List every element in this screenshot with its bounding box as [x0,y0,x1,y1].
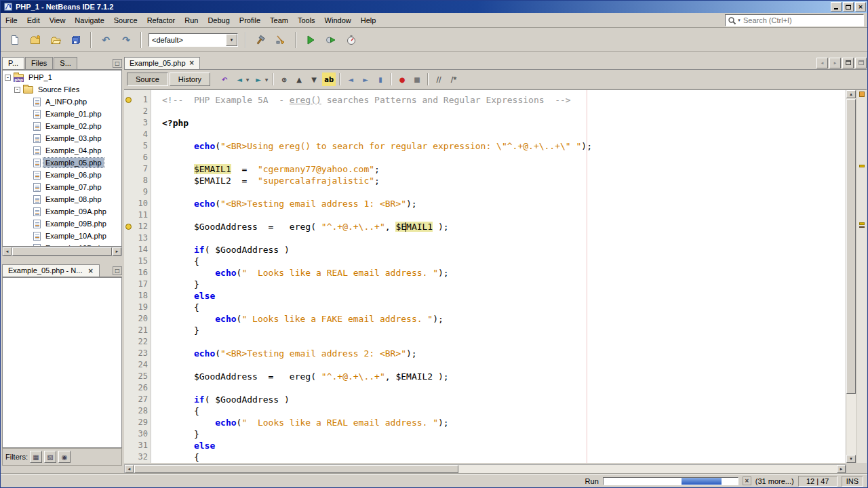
gutter-row[interactable]: 2 [124,106,151,117]
title-bar[interactable]: PHP_1 - NetBeans IDE 7.1.2 × [1,1,867,13]
float-window-button[interactable] [842,58,854,68]
maximize-button[interactable] [843,2,854,12]
code-line[interactable]: if( $GoodAddress ) [151,244,846,256]
scroll-up-icon[interactable]: ▲ [846,90,856,98]
profile-project-button[interactable] [342,31,360,49]
gutter-row[interactable]: 1 [124,94,151,106]
gutter-row[interactable]: 5 [124,140,151,152]
code-line[interactable] [151,382,846,394]
new-file-button[interactable] [6,31,24,49]
code-line[interactable]: echo(" Looks like a REAL email address. … [151,267,846,279]
redo-button[interactable]: ↷ [117,31,135,49]
gutter-row[interactable]: 13 [124,232,151,244]
toggle-bookmark-button[interactable]: ▮ [374,73,387,86]
tree-file-example_10b-php[interactable]: Example_10B.php [3,242,121,247]
forward-dropdown-button[interactable]: ▼ [264,73,269,86]
editor-hscrollbar[interactable]: ◄ ► [124,464,846,474]
panel-splitter[interactable] [1,256,123,264]
code-area[interactable]: <!-- PHP Example 5A - ereg() searches Pa… [151,90,846,463]
code-line[interactable]: <!-- PHP Example 5A - ereg() searches Pa… [151,94,846,106]
code-line[interactable]: $GoodAddress = ereg( "^.+@.+\..+", $EMAI… [151,221,846,232]
menu-tools[interactable]: Tools [293,14,320,26]
previous-bookmark-button[interactable]: ◄ [344,73,357,86]
code-line[interactable]: $EMAIL2 = "supercalafrajalistic"; [151,175,846,186]
scroll-down-icon[interactable]: ▼ [846,455,856,463]
gutter-row[interactable]: 16 [124,267,151,279]
code-line[interactable]: $EMAIL1 = "cgermany77@yahoo.com"; [151,163,846,175]
last-edit-position-button[interactable]: ↶ [218,73,231,86]
gutter-row[interactable]: 3 [124,117,151,129]
tree-hscrollbar[interactable]: ◄ ► [2,247,122,256]
clean-build-button[interactable] [272,31,290,49]
gutter-row[interactable]: 29 [124,417,151,428]
gutter-row[interactable]: 20 [124,313,151,325]
code-line[interactable] [151,359,846,371]
gutter-row[interactable]: 9 [124,186,151,198]
find-selection-button[interactable]: ⊙ [277,73,291,86]
scroll-right-icon[interactable]: ► [837,465,846,473]
gutter-row[interactable]: 30 [124,428,151,440]
code-line[interactable]: { [151,256,846,267]
scrollbar-thumb[interactable] [12,247,112,256]
occurrence-mark[interactable] [859,222,865,225]
gutter-row[interactable]: 15 [124,256,151,267]
search-scope-dropdown-icon[interactable]: ▼ [737,18,741,22]
scrollbar-thumb[interactable] [846,99,856,394]
panel-tab-s[interactable]: S... [54,57,77,69]
gutter-row[interactable]: 6 [124,152,151,163]
gutter-row[interactable]: 12 [124,221,151,232]
minimize-button[interactable] [831,2,842,12]
gutter-row[interactable]: 21 [124,325,151,336]
scrollbar-thumb[interactable] [134,465,458,473]
quick-search[interactable]: ▼ [725,14,864,26]
code-line[interactable]: } [151,325,846,336]
scroll-left-icon[interactable]: ◄ [3,247,12,256]
save-all-button[interactable] [67,31,85,49]
menu-edit[interactable]: Edit [22,14,45,26]
gutter-row[interactable]: 26 [124,382,151,394]
scroll-right-icon[interactable]: ► [113,247,121,256]
close-icon[interactable]: × [189,60,195,66]
tree-file-example_04-php[interactable]: Example_04.php [3,144,121,157]
comment-button[interactable]: // [432,73,446,86]
gutter-row[interactable]: 31 [124,440,151,451]
tree-file-example_09a-php[interactable]: Example_09A.php [3,205,121,218]
build-project-button[interactable] [252,31,269,49]
tree-folder-node[interactable]: -Source Files [3,83,121,96]
menu-view[interactable]: View [45,14,71,26]
code-line[interactable]: else [151,290,846,302]
menu-run[interactable]: Run [180,14,203,26]
tree-file-a_info-php[interactable]: A_INFO.php [3,96,121,108]
close-icon[interactable]: × [88,267,94,274]
filter-show-non-public[interactable]: ◉ [58,451,71,463]
code-line[interactable] [151,129,846,140]
undo-button[interactable]: ↶ [97,31,115,49]
gutter-row[interactable]: 8 [124,175,151,186]
caret-mark[interactable] [859,226,865,228]
editor-gutter[interactable]: 1234567891011121314151617181920212223242… [124,90,151,463]
run-project-button[interactable] [302,31,319,49]
menu-window[interactable]: Window [320,14,356,26]
search-input[interactable] [743,16,861,24]
scroll-left-icon[interactable]: ◄ [125,465,134,473]
navigator-tab[interactable]: Example_05.php - N... × [2,264,100,277]
back-dropdown-button[interactable]: ▼ [245,73,250,86]
tree-file-example_10a-php[interactable]: Example_10A.php [3,230,121,242]
next-bookmark-button[interactable]: ► [359,73,372,86]
menu-profile[interactable]: Profile [235,14,265,26]
occurrence-mark[interactable] [859,165,865,167]
close-button[interactable]: × [855,2,866,12]
panel-tab-p[interactable]: P... [2,57,24,69]
gutter-row[interactable]: 18 [124,290,151,302]
forward-button[interactable]: ► [252,73,265,86]
gutter-row[interactable]: 25 [124,371,151,382]
collapse-icon[interactable]: - [14,87,20,93]
code-line[interactable] [151,186,846,198]
tree-file-example_08-php[interactable]: Example_08.php [3,193,121,205]
gutter-row[interactable]: 22 [124,336,151,348]
code-line[interactable]: { [151,302,846,313]
code-line[interactable]: echo(" Looks like a FAKE email address. … [151,313,846,325]
tree-file-example_05-php[interactable]: Example_05.php [3,157,121,169]
find-previous-occurrence-button[interactable]: ▲ [292,73,306,86]
code-line[interactable]: else [151,440,846,451]
